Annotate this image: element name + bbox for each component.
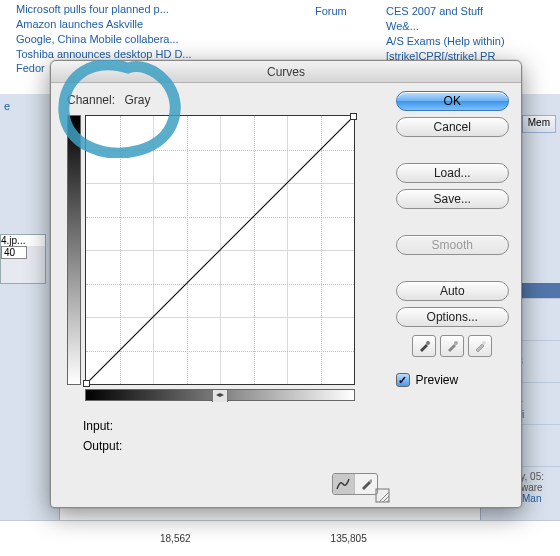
svg-point-7	[482, 341, 486, 345]
black-point-eyedropper-icon[interactable]	[412, 335, 436, 357]
gray-point-eyedropper-icon[interactable]	[440, 335, 464, 357]
resize-grip-icon[interactable]	[375, 488, 391, 504]
stat-cell: 18,562	[130, 525, 221, 552]
thumb-label: 4.jp...	[1, 235, 45, 246]
auto-button[interactable]: Auto	[396, 281, 509, 301]
svg-point-5	[426, 341, 430, 345]
svg-point-6	[454, 341, 458, 345]
curves-dialog: Curves Channel: Gray	[50, 60, 522, 508]
save-button[interactable]: Save...	[396, 189, 509, 209]
stats-row: 18,562 135,805	[0, 520, 560, 556]
smooth-button: Smooth	[396, 235, 509, 255]
svg-rect-1	[376, 489, 389, 502]
bg-link[interactable]: Amazon launches Askville	[16, 17, 192, 32]
bg-links-col2: Forum	[299, 2, 363, 21]
bg-link[interactable]: A/S Exams (Help within)	[386, 34, 505, 49]
dialog-title: Curves	[51, 61, 521, 83]
bg-link[interactable]: CES 2007 and Stuff	[386, 4, 505, 19]
cancel-button[interactable]: Cancel	[396, 117, 509, 137]
curve-tool-toggle[interactable]	[332, 473, 378, 495]
gradient-midpoint-icon[interactable]: ◂▸	[212, 390, 228, 402]
white-point-eyedropper-icon[interactable]	[468, 335, 492, 357]
input-label: Input:	[83, 419, 390, 433]
options-button[interactable]: Options...	[396, 307, 509, 327]
channel-label: Channel:	[67, 93, 115, 107]
bg-link[interactable]: Google, China Mobile collabera...	[16, 32, 192, 47]
curve-handle[interactable]	[350, 113, 357, 120]
svg-line-0	[86, 116, 354, 384]
preview-checkbox[interactable]: ✓	[396, 373, 410, 387]
pencil-tool-icon[interactable]	[355, 474, 377, 494]
ok-button[interactable]: OK	[396, 91, 509, 111]
bg-links-col3: CES 2007 and Stuff We&... A/S Exams (Hel…	[370, 2, 521, 65]
thumb-value[interactable]: 40	[1, 246, 27, 259]
preview-label: Preview	[416, 373, 459, 387]
load-button[interactable]: Load...	[396, 163, 509, 183]
bg-link[interactable]: We&...	[386, 19, 505, 34]
sidebar-tab[interactable]: Mem	[522, 115, 556, 133]
channel-value[interactable]: Gray	[124, 93, 150, 107]
curve-tool-icon[interactable]	[333, 474, 355, 494]
x-gradient[interactable]: ◂▸	[85, 389, 355, 401]
bg-link[interactable]: Forum	[315, 4, 347, 19]
bg-link[interactable]: Microsoft pulls four planned p...	[16, 2, 192, 17]
curve-handle[interactable]	[83, 380, 90, 387]
curve-grid[interactable]	[85, 115, 355, 385]
output-label: Output:	[83, 439, 390, 453]
stat-cell: 135,805	[301, 525, 397, 552]
y-gradient[interactable]	[67, 115, 81, 385]
bg-thumbnail[interactable]: 4.jp... 40	[0, 234, 46, 284]
